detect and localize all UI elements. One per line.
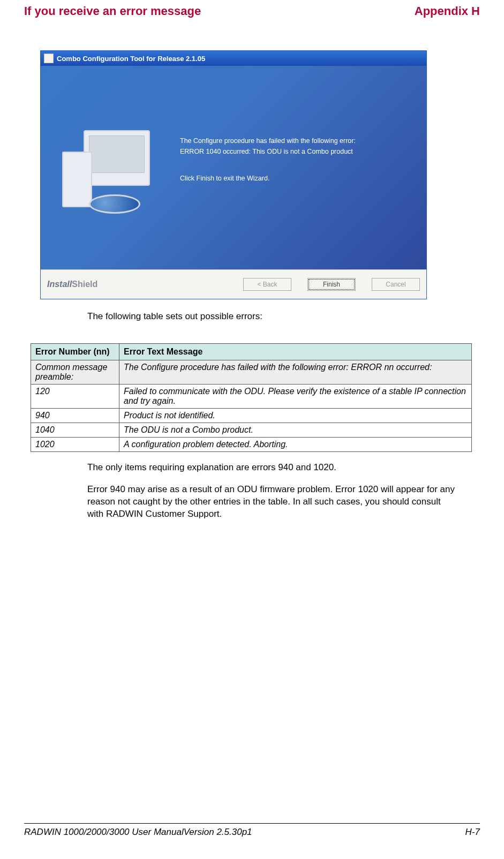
brand-shield: Shield [72, 280, 97, 289]
running-header: If you receive an error message Appendix… [24, 0, 480, 18]
col-error-number: Error Number (nn) [31, 344, 119, 360]
table-row: 1020 A configuration problem detected. A… [31, 438, 472, 452]
table-header-row: Error Number (nn) Error Text Message [31, 344, 472, 360]
error-table: Error Number (nn) Error Text Message Com… [31, 343, 472, 452]
monitor-icon [84, 130, 150, 186]
cell-error-message: Product is not identified. [119, 409, 472, 423]
paragraph-explanation: The only items requiring explanation are… [87, 462, 456, 474]
paragraph-detail: Error 940 may arise as a result of an OD… [87, 484, 456, 521]
cell-error-number: 1020 [31, 438, 119, 452]
app-icon [44, 54, 54, 63]
window-title: Combo Configuration Tool for Release 2.1… [57, 55, 205, 63]
cell-error-message: The Configure procedure has failed with … [119, 360, 472, 385]
installshield-brand: InstallShield [47, 280, 97, 289]
header-left: If you receive an error message [24, 4, 201, 18]
header-right: Appendix H [415, 4, 480, 18]
page-footer: RADWIN 1000/2000/3000 User ManualVersion… [24, 823, 480, 838]
back-button[interactable]: < Back [243, 278, 291, 291]
page: If you receive an error message Appendix… [0, 0, 504, 859]
wizard-msg-line1: The Configure procedure has failed with … [180, 137, 356, 145]
cancel-button[interactable]: Cancel [372, 278, 420, 291]
wizard-body: The Configure procedure has failed with … [41, 66, 426, 269]
cell-error-message: A configuration problem detected. Aborti… [119, 438, 472, 452]
footer-right: H-7 [465, 827, 480, 838]
col-error-message: Error Text Message [119, 344, 472, 360]
cell-error-number: 940 [31, 409, 119, 423]
window-titlebar: Combo Configuration Tool for Release 2.1… [41, 51, 426, 66]
wizard-message: The Configure procedure has failed with … [180, 135, 356, 200]
footer-left: RADWIN 1000/2000/3000 User ManualVersion… [24, 827, 252, 838]
tower-icon [62, 152, 92, 207]
wizard-buttons: < Back Finish Cancel [243, 278, 420, 291]
intro-text: The following table sets out possible er… [87, 311, 480, 322]
wizard-illustration [62, 114, 169, 221]
screenshot-figure: Combo Configuration Tool for Release 2.1… [40, 50, 464, 299]
finish-button[interactable]: Finish [307, 278, 356, 291]
installer-window: Combo Configuration Tool for Release 2.1… [40, 50, 427, 299]
cell-error-number: Common message preamble: [31, 360, 119, 385]
wizard-footer: InstallShield < Back Finish Cancel [41, 269, 426, 299]
wizard-msg-line2: ERROR 1040 occurred: This ODU is not a C… [180, 148, 353, 155]
cell-error-number: 1040 [31, 423, 119, 438]
cell-error-message: The ODU is not a Combo product. [119, 423, 472, 438]
cell-error-message: Failed to communicate with the ODU. Plea… [119, 385, 472, 409]
disc-icon [89, 194, 140, 214]
wizard-msg-line3: Click Finish to exit the Wizard. [180, 173, 356, 184]
table-row: 1040 The ODU is not a Combo product. [31, 423, 472, 438]
footer-row: RADWIN 1000/2000/3000 User ManualVersion… [24, 827, 480, 838]
table-row: 120 Failed to communicate with the ODU. … [31, 385, 472, 409]
brand-install: Install [47, 280, 72, 289]
footer-rule [24, 823, 480, 824]
cell-error-number: 120 [31, 385, 119, 409]
table-row: Common message preamble: The Configure p… [31, 360, 472, 385]
table-row: 940 Product is not identified. [31, 409, 472, 423]
